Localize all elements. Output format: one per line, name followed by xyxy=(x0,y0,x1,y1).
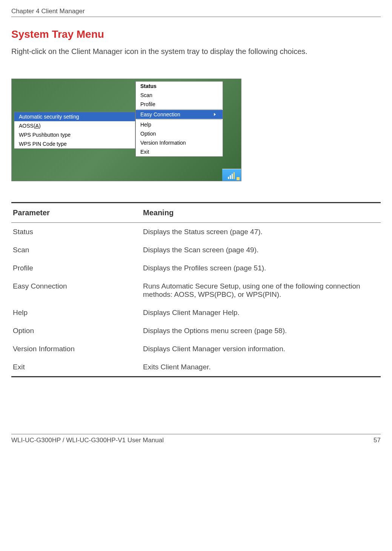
signal-bar-icon xyxy=(230,175,231,179)
footer-model: WLI-UC-G300HP / WLI-UC-G300HP-V1 User Ma… xyxy=(11,437,164,444)
table-row: Version Information Displays Client Mana… xyxy=(11,340,381,358)
menu-label: Option xyxy=(140,131,156,137)
menu-item-option[interactable]: Option xyxy=(136,129,223,138)
submenu-arrow-icon xyxy=(214,113,216,116)
easy-connection-submenu: Automatic security setting AOSS(A) WPS P… xyxy=(14,112,135,149)
table-row: Option Displays the Options menu screen … xyxy=(11,322,381,340)
signal-bar-icon xyxy=(228,177,229,179)
menu-separator xyxy=(137,109,222,110)
table-row: Scan Displays the Scan screen (page 49). xyxy=(11,241,381,259)
header-parameter: Parameter xyxy=(11,203,141,223)
client-manager-tray-icon[interactable] xyxy=(228,171,235,179)
screenshot-image: Status Scan Profile Easy Connection Help… xyxy=(11,79,241,181)
menu-item-status[interactable]: Status xyxy=(136,82,223,91)
section-title: System Tray Menu xyxy=(11,28,381,40)
table-row: Status Displays the Status screen (page … xyxy=(11,223,381,241)
menu-item-profile[interactable]: Profile xyxy=(136,100,223,109)
submenu-label: WPS PIN Code type xyxy=(19,141,67,147)
cell-meaning: Runs Automatic Secure Setup, using one o… xyxy=(141,277,381,304)
menu-label: Profile xyxy=(140,101,155,107)
cell-param: Profile xyxy=(11,259,141,277)
menu-label: Scan xyxy=(140,92,152,98)
cell-meaning: Displays the Scan screen (page 49). xyxy=(141,241,381,259)
cell-param: Help xyxy=(11,304,141,322)
menu-item-version[interactable]: Version Information xyxy=(136,138,223,147)
cell-meaning: Displays the Options menu screen (page 5… xyxy=(141,322,381,340)
signal-bar-icon xyxy=(234,172,235,179)
intro-text: Right-click on the Client Manager icon i… xyxy=(11,47,381,56)
menu-label: Status xyxy=(140,83,157,89)
desktop-background: Status Scan Profile Easy Connection Help… xyxy=(12,79,241,181)
menu-item-help[interactable]: Help xyxy=(136,120,223,129)
cell-param: Easy Connection xyxy=(11,277,141,304)
menu-item-easy-connection[interactable]: Easy Connection xyxy=(136,110,223,119)
table-row: Exit Exits Client Manager. xyxy=(11,358,381,377)
table-row: Help Displays Client Manager Help. xyxy=(11,304,381,322)
table-row: Easy Connection Runs Automatic Secure Se… xyxy=(11,277,381,304)
page-footer: WLI-UC-G300HP / WLI-UC-G300HP-V1 User Ma… xyxy=(11,434,381,444)
submenu-item-auto-security[interactable]: Automatic security setting xyxy=(14,112,135,121)
chapter-label: Chapter 4 Client Manager xyxy=(11,8,85,15)
menu-item-exit[interactable]: Exit xyxy=(136,147,223,156)
menu-label: Version Information xyxy=(140,140,186,146)
table-row: Profile Displays the Profiles screen (pa… xyxy=(11,259,381,277)
footer-page-number: 57 xyxy=(374,437,381,444)
submenu-item-wps-pin[interactable]: WPS PIN Code type xyxy=(14,139,135,148)
table-header-row: Parameter Meaning xyxy=(11,203,381,223)
cell-param: Exit xyxy=(11,358,141,377)
submenu-label: Automatic security setting xyxy=(19,114,79,120)
cell-param: Status xyxy=(11,223,141,241)
cell-meaning: Displays Client Manager Help. xyxy=(141,304,381,322)
parameter-table: Parameter Meaning Status Displays the St… xyxy=(11,202,381,377)
cell-meaning: Displays the Status screen (page 47). xyxy=(141,223,381,241)
cell-meaning: Displays the Profiles screen (page 51). xyxy=(141,259,381,277)
page-header: Chapter 4 Client Manager xyxy=(11,8,381,17)
menu-label: Easy Connection xyxy=(140,111,180,117)
system-tray xyxy=(222,169,241,181)
menu-label: Help xyxy=(140,122,151,128)
submenu-label: AOSS(A) xyxy=(19,123,41,129)
submenu-item-wps-push[interactable]: WPS Pushbutton type xyxy=(14,130,135,139)
signal-bar-icon xyxy=(232,174,233,179)
cell-meaning: Exits Client Manager. xyxy=(141,358,381,377)
cell-meaning: Displays Client Manager version informat… xyxy=(141,340,381,358)
menu-item-scan[interactable]: Scan xyxy=(136,91,223,100)
cell-param: Version Information xyxy=(11,340,141,358)
context-menu: Status Scan Profile Easy Connection Help… xyxy=(135,81,223,157)
menu-separator xyxy=(137,119,222,120)
header-meaning: Meaning xyxy=(141,203,381,223)
submenu-item-aoss[interactable]: AOSS(A) xyxy=(14,121,135,130)
menu-label: Exit xyxy=(140,149,149,155)
submenu-label: WPS Pushbutton type xyxy=(19,132,71,138)
cell-param: Scan xyxy=(11,241,141,259)
lock-icon xyxy=(237,177,240,180)
cell-param: Option xyxy=(11,322,141,340)
